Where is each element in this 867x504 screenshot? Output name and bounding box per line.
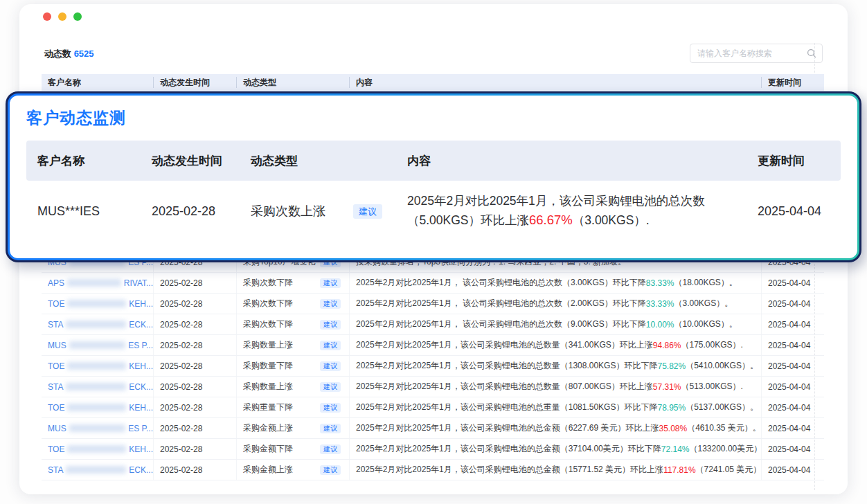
suggestion-badge: 建议 [320, 382, 341, 392]
dynamic-type-cell: 采购次数下降建议 [237, 314, 350, 334]
dynamic-type-label: 采购数量上涨 [243, 381, 293, 393]
content-text: 2025年2月对比2025年1月，该公司采购锂电池的总数量（807.00KGS）… [356, 381, 653, 393]
content-cell: 2025年2月对比2025年1月，该公司采购锂电池的总数量（341.00KGS）… [350, 335, 762, 355]
table-row[interactable]: TOEKEH...2025-02-28采购次数下降建议2025年2月对比2025… [42, 294, 824, 314]
suggestion-badge: 建议 [320, 299, 341, 309]
customer-name-tail: ECK... [129, 382, 153, 392]
suggestion-badge: 建议 [320, 444, 341, 454]
customer-name-cell[interactable]: TOEKEH... [42, 397, 154, 417]
occur-time-cell: 2025-02-28 [154, 294, 237, 314]
dynamic-type-label: 采购金额上涨 [243, 422, 293, 434]
dynamic-type-label: 采购数量上涨 [243, 339, 293, 351]
content-text: 2025年2月对比2025年1月，该公司采购锂电池的总金额（6227.69 美元… [356, 422, 659, 434]
content-text: （7241.05 美元）。 [696, 464, 762, 476]
table-row[interactable]: APSRIVAT...2025-02-28采购次数下降建议2025年2月对比20… [42, 273, 824, 294]
content-text: （513.00KGS）. [681, 381, 743, 393]
percent-highlight: 94.86% [653, 341, 681, 350]
header-occur-time: 动态发生时间 [154, 77, 237, 88]
table-row[interactable]: TOEKEH...2025-02-28采购重量下降建议2025年2月对比2025… [42, 397, 824, 418]
percent-highlight: 83.33% [646, 278, 674, 288]
dynamic-type-cell: 采购金额上涨建议 [237, 418, 350, 438]
occur-time-cell: 2025-02-28 [154, 397, 237, 417]
update-time-cell: 2025-04-04 [762, 397, 824, 417]
customer-name-cell[interactable]: STAECK... [42, 460, 154, 480]
customer-name-cell[interactable]: TOEKEH... [42, 439, 154, 459]
customer-name-tail: ES P... [128, 424, 153, 433]
search-input[interactable] [697, 48, 807, 58]
occur-time-cell: 2025-02-28 [154, 356, 237, 376]
privacy-blur [66, 383, 126, 390]
update-time-cell: 2025-04-04 [762, 294, 824, 314]
dynamic-type-cell: 采购数量上涨建议 [237, 377, 350, 397]
table-row[interactable]: MUSES P...2025-02-28采购数量上涨建议2025年2月对比202… [42, 335, 824, 356]
content-text: （10.00KGS）。 [674, 318, 737, 330]
spotlight-header-content: 内容 [407, 153, 758, 169]
content-text: （4610.35 美元）。 [687, 422, 761, 434]
table-row[interactable]: STAECK...2025-02-28采购数量上涨建议2025年2月对比2025… [42, 377, 824, 397]
customer-name-cell[interactable]: TOEKEH... [42, 294, 154, 314]
table-row[interactable]: TOEKEH...2025-02-28采购金额下降建议2025年2月对比2025… [42, 439, 824, 460]
spotlight-dynamic-type: 采购次数上涨 [251, 203, 325, 219]
dynamics-count-label: 动态数 [44, 48, 71, 59]
percent-highlight: 57.31% [653, 382, 681, 392]
percent-highlight: 72.14% [661, 444, 690, 454]
table-row[interactable]: MUSES P...2025-02-28采购金额上涨建议2025年2月对比202… [42, 418, 824, 439]
customer-name-prefix: TOE [48, 444, 64, 454]
content-text: （175.00KGS）. [681, 339, 743, 351]
customer-search-box[interactable] [690, 44, 823, 63]
window-controls [43, 12, 82, 21]
content-cell: 2025年2月对比2025年1月， 该公司采购锂电池的总次数（3.00KGS）环… [350, 273, 762, 293]
spotlight-content: 2025年2月对比2025年1月，该公司采购锂电池的总次数（5.00KGS）环比… [407, 192, 706, 231]
table-row[interactable]: STAECK...2025-02-28采购次数下降建议2025年2月对比2025… [42, 314, 824, 335]
content-cell: 2025年2月对比2025年1月， 该公司采购锂电池的总次数（2.00KGS）环… [350, 294, 762, 314]
customer-name-cell[interactable]: TOEKEH... [42, 356, 154, 376]
suggestion-badge: 建议 [320, 403, 341, 413]
spotlight-card: 客户动态监测 客户名称 动态发生时间 动态类型 内容 更新时间 MUS***IE… [6, 91, 861, 262]
dynamic-type-cell: 采购金额下降建议 [237, 439, 350, 459]
customer-name-cell[interactable]: MUSES P... [42, 335, 154, 355]
content-text: 2025年2月对比2025年1月，该公司采购锂电池的总金额（37104.00美元… [356, 443, 661, 455]
spotlight-data-row[interactable]: MUS***IES 2025-02-28 采购次数上涨 建议 2025年2月对比… [26, 181, 841, 242]
dynamic-type-cell: 采购金额上涨建议 [237, 460, 350, 480]
percent-highlight: 78.95% [657, 403, 686, 413]
suggestion-badge: 建议 [320, 424, 341, 433]
close-window-icon[interactable] [43, 12, 51, 21]
spotlight-customer-name: MUS***IES [37, 204, 152, 219]
table-row[interactable]: STAECK...2025-02-28采购金额上涨建议2025年2月对比2025… [42, 460, 824, 480]
customer-name-tail: KEH... [129, 361, 153, 371]
content-text: 2025年2月对比2025年1月，该公司采购锂电池的总金额（15771.52 美… [356, 464, 663, 476]
suggestion-badge: 建议 [353, 204, 382, 219]
update-time-cell: 2025-04-04 [762, 460, 824, 480]
spotlight-header-row: 客户名称 动态发生时间 动态类型 内容 更新时间 [26, 141, 841, 181]
occur-time-cell: 2025-02-28 [154, 273, 237, 293]
privacy-blur [67, 445, 126, 453]
customer-name-cell[interactable]: STAECK... [42, 377, 154, 397]
content-text: （3.00KGS）。 [674, 298, 733, 309]
update-time-cell: 2025-04-04 [762, 314, 824, 334]
table-row[interactable]: TOEKEH...2025-02-28采购数量下降建议2025年2月对比2025… [42, 356, 824, 377]
customer-name-tail: KEH... [129, 403, 153, 413]
customer-name-tail: KEH... [129, 444, 153, 454]
spotlight-header-update-time: 更新时间 [758, 153, 841, 169]
dynamic-type-label: 采购重量下降 [243, 402, 293, 413]
content-cell: 2025年2月对比2025年1月，该公司采购锂电池的总数量（807.00KGS）… [350, 377, 762, 397]
update-time-cell: 2025-04-04 [762, 273, 824, 293]
suggestion-badge: 建议 [320, 465, 341, 475]
dynamic-type-label: 采购金额上涨 [243, 464, 293, 476]
dynamic-type-label: 采购次数下降 [243, 298, 293, 309]
customer-name-cell[interactable]: APSRIVAT... [42, 273, 154, 293]
occur-time-cell: 2025-02-28 [154, 377, 237, 397]
dynamic-type-cell: 采购次数下降建议 [237, 273, 350, 293]
minimize-window-icon[interactable] [58, 12, 66, 21]
customer-name-cell[interactable]: MUSES P... [42, 418, 154, 438]
percent-highlight: 117.81% [663, 465, 695, 475]
spotlight-header-occur-time: 动态发生时间 [152, 153, 251, 169]
spotlight-gradient-border: 客户动态监测 客户名称 动态发生时间 动态类型 内容 更新时间 MUS***IE… [8, 93, 859, 260]
content-text: （133200.00美元）。 [690, 443, 762, 455]
percent-highlight: 33.33% [646, 299, 674, 309]
customer-name-prefix: STA [48, 465, 63, 475]
customer-name-cell[interactable]: STAECK... [42, 314, 154, 334]
maximize-window-icon[interactable] [73, 12, 82, 21]
percent-highlight: 66.67% [529, 213, 573, 227]
percent-highlight: 75.82% [657, 361, 686, 371]
